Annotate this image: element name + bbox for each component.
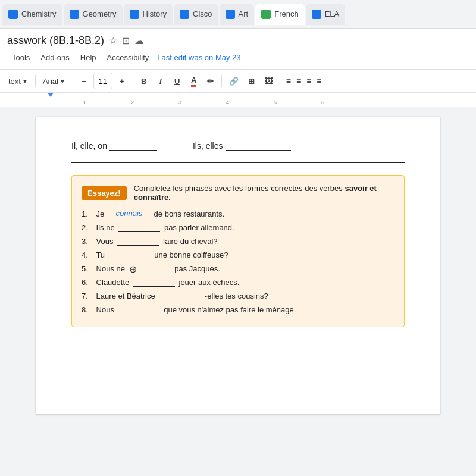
toolbar-separator-4 [221, 75, 222, 87]
chemistry-tab-icon [8, 10, 18, 19]
italic-button[interactable]: I [154, 73, 168, 89]
ruler-left-marker[interactable] [48, 93, 54, 97]
ruler-tick-4: 4 [226, 99, 229, 105]
ex7-blank[interactable] [159, 291, 201, 300]
essayez-header: Essayez! Complétez les phrases avec les … [82, 184, 394, 202]
exercise-list: 1. Je connais de bons restaurants. 2. Il… [82, 209, 394, 314]
ruler: 1 2 3 4 5 6 [0, 93, 476, 107]
align-buttons: ≡ ≡ ≡ ≡ [284, 75, 324, 87]
tab-geometry-label: Geometry [83, 10, 117, 18]
cisco-tab-icon [180, 10, 189, 19]
ex5-blank[interactable]: ⊕ [129, 264, 171, 273]
tab-french-label: French [274, 10, 298, 18]
fill-item-2: Ils, elles [193, 140, 291, 151]
exercise-item-1: 1. Je connais de bons restaurants. [82, 209, 394, 218]
exercise-item-3: 3. Vous faire du cheval? [82, 236, 394, 246]
bold-button[interactable]: B [137, 73, 151, 89]
pencil-icon: ✏ [207, 77, 214, 86]
tab-chemistry[interactable]: Chemistry [2, 4, 62, 25]
tab-history[interactable]: History [124, 4, 173, 25]
menu-help[interactable]: Help [76, 51, 101, 64]
highlight-color-button[interactable]: ✏ [203, 73, 218, 89]
align-left-button[interactable]: ≡ [284, 75, 293, 87]
tab-art-label: Art [239, 10, 249, 18]
tab-french[interactable]: French [255, 4, 304, 25]
ruler-tick-3: 3 [178, 99, 181, 105]
ex1-blank[interactable]: connais [108, 209, 150, 218]
font-selector[interactable]: Arial ▼ [39, 74, 69, 88]
fill1-label: Il, elle, on [71, 141, 107, 151]
comment-button[interactable]: ⊞ [245, 73, 259, 89]
ruler-tick-5: 5 [274, 99, 277, 105]
exercise-item-2: 2. Ils ne pas parler allemand. [82, 223, 394, 232]
toolbar-separator-2 [73, 75, 73, 87]
tab-geometry[interactable]: Geometry [64, 4, 123, 25]
tab-cisco[interactable]: Cisco [174, 4, 218, 25]
align-justify-button[interactable]: ≡ [314, 75, 324, 87]
menu-bar: Tools Add-ons Help Accessibility Last ed… [7, 49, 469, 67]
font-label: Arial [43, 77, 58, 86]
doc-title-row: asswork (8B.1-8B.2) ☆ ⊡ ☁ [7, 32, 469, 49]
fill-item-1: Il, elle, on [71, 140, 157, 151]
ex4-blank[interactable] [109, 250, 151, 259]
doc-page: Il, elle, on Ils, elles Essayez! Complét… [36, 117, 440, 414]
style-chevron-icon: ▼ [22, 78, 28, 84]
style-label: text [8, 77, 21, 86]
tab-cisco-label: Cisco [193, 10, 212, 18]
fill2-label: Ils, elles [193, 141, 223, 151]
french-tab-icon [261, 10, 271, 19]
menu-addons[interactable]: Add-ons [36, 51, 74, 64]
menu-accessibility[interactable]: Accessibility [102, 51, 154, 64]
tab-art[interactable]: Art [220, 4, 255, 25]
toolbar-separator-5 [280, 75, 280, 87]
exercise-item-7: 7. Laure et Béatrice -elles tes cousins? [82, 291, 394, 300]
art-tab-icon [226, 10, 235, 19]
geometry-tab-icon [70, 10, 79, 19]
toolbar: text ▼ Arial ▼ − + B I U A ✏ 🔗 ⊞ 🖼 ≡ ≡ ≡… [0, 69, 476, 93]
doc-body: Il, elle, on Ils, elles Essayez! Complét… [0, 107, 476, 476]
exercise-item-4: 4. Tu une bonne coiffeuse? [82, 250, 394, 259]
essayez-instruction: Complétez les phrases avec les formes co… [134, 184, 394, 202]
ex2-blank[interactable] [118, 223, 160, 232]
align-right-button[interactable]: ≡ [304, 75, 314, 87]
essayez-box: Essayez! Complétez les phrases avec les … [71, 175, 405, 327]
exercise-item-6: 6. Claudette jouer aux échecs. [82, 277, 394, 287]
toolbar-separator-3 [133, 75, 133, 87]
font-size-decrease[interactable]: − [77, 73, 91, 89]
tab-bar: Chemistry Geometry History Cisco Art Fre… [0, 0, 476, 29]
exercise-item-8: 8. Nous que vous n'aimez pas faire le mé… [82, 305, 394, 314]
essayez-badge: Essayez! [82, 186, 127, 200]
star-icon[interactable]: ☆ [109, 35, 117, 46]
folder-icon[interactable]: ⊡ [122, 35, 130, 46]
underline-button[interactable]: U [170, 73, 184, 89]
ela-tab-icon [312, 10, 321, 19]
ex6-blank[interactable] [133, 277, 175, 287]
font-color-button[interactable]: A [187, 73, 201, 89]
fill2-blank[interactable] [226, 140, 291, 151]
align-center-button[interactable]: ≡ [294, 75, 303, 87]
history-tab-icon [130, 10, 139, 19]
image-button[interactable]: 🖼 [261, 73, 276, 89]
ex3-blank[interactable] [117, 236, 159, 246]
ex8-blank[interactable] [118, 305, 160, 314]
fill1-blank[interactable] [109, 140, 157, 151]
tab-ela-label: ELA [325, 10, 340, 18]
cursor-move-icon: ⊕ [129, 264, 137, 275]
menu-tools[interactable]: Tools [7, 51, 35, 64]
font-size-increase[interactable]: + [115, 73, 129, 89]
cloud-icon[interactable]: ☁ [134, 35, 144, 46]
font-size-input[interactable] [93, 73, 112, 89]
link-button[interactable]: 🔗 [226, 73, 242, 89]
toolbar-separator-1 [35, 75, 36, 87]
doc-title: asswork (8B.1-8B.2) [7, 35, 104, 47]
last-edit-label: Last edit was on May 23 [157, 53, 240, 62]
tab-history-label: History [143, 10, 167, 18]
ruler-tick-2: 2 [131, 99, 134, 105]
doc-header: asswork (8B.1-8B.2) ☆ ⊡ ☁ Tools Add-ons … [0, 29, 476, 69]
style-selector[interactable]: text ▼ [5, 74, 32, 88]
fill-blank-row: Il, elle, on Ils, elles [71, 140, 405, 151]
font-chevron-icon: ▼ [60, 78, 65, 84]
section-divider [71, 162, 405, 163]
tab-ela[interactable]: ELA [306, 4, 346, 25]
tab-chemistry-label: Chemistry [21, 10, 57, 18]
